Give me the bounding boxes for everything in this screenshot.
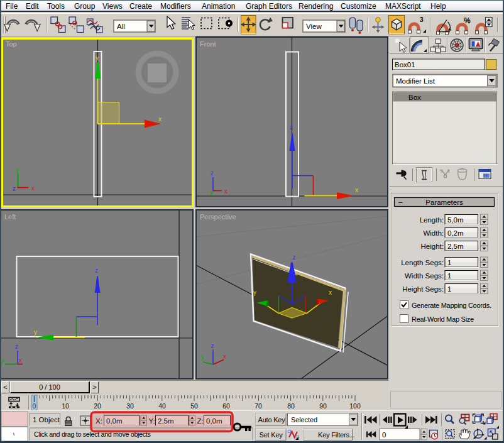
svg-text:40: 40	[158, 402, 166, 410]
svg-text:%: %	[464, 16, 471, 25]
svg-text:x: x	[329, 289, 332, 296]
svg-text:100: 100	[349, 402, 361, 410]
svg-text:Key Filters...: Key Filters...	[318, 431, 354, 439]
svg-text:Box: Box	[408, 94, 421, 101]
svg-text:z: z	[15, 343, 18, 350]
svg-text:Real-World Map Size: Real-World Map Size	[412, 315, 474, 323]
svg-text:z: z	[13, 185, 16, 192]
svg-text:z: z	[211, 170, 214, 177]
svg-text:Box01: Box01	[395, 61, 415, 68]
svg-text:30: 30	[126, 402, 134, 410]
svg-text:–: –	[398, 198, 403, 207]
svg-text:Height Segs:: Height Segs:	[402, 285, 444, 293]
svg-text:Length Segs:: Length Segs:	[401, 259, 444, 266]
svg-text:x: x	[224, 188, 227, 195]
svg-text:Auto Key: Auto Key	[258, 416, 286, 424]
svg-text:Height:: Height:	[421, 243, 444, 250]
svg-text:5,0m: 5,0m	[447, 216, 464, 224]
svg-text:y: y	[253, 289, 256, 296]
svg-text:50: 50	[190, 402, 198, 410]
svg-text:60: 60	[222, 402, 230, 410]
svg-text:Length:: Length:	[420, 216, 444, 224]
svg-text:y: y	[16, 167, 19, 173]
svg-text:1 Object: 1 Object	[33, 416, 60, 424]
svg-text:y: y	[210, 189, 213, 195]
svg-text:x: x	[355, 187, 358, 194]
svg-text:z: z	[95, 267, 98, 274]
svg-text:Modifier List: Modifier List	[396, 77, 436, 85]
svg-text:10: 10	[62, 402, 69, 410]
svg-text:20: 20	[94, 402, 101, 410]
svg-text:All: All	[117, 23, 125, 30]
svg-text:y: y	[96, 55, 99, 62]
svg-text:y: y	[201, 353, 204, 360]
svg-text:90: 90	[319, 402, 327, 410]
svg-text:2,5m: 2,5m	[447, 243, 464, 250]
svg-text:Selected: Selected	[291, 416, 317, 424]
svg-text:0: 0	[382, 431, 386, 439]
svg-text:y: y	[34, 329, 37, 336]
svg-text:z: z	[211, 342, 214, 349]
svg-text:Width:: Width:	[423, 229, 444, 237]
svg-text:z: z	[290, 124, 293, 131]
svg-text:0,2m: 0,2m	[447, 229, 464, 237]
svg-text:Parameters: Parameters	[425, 199, 463, 206]
svg-text:1: 1	[447, 272, 451, 280]
svg-text:x: x	[223, 353, 226, 360]
svg-text:70: 70	[255, 402, 262, 410]
svg-text:x: x	[31, 185, 35, 192]
svg-text:Set Key: Set Key	[260, 431, 283, 439]
svg-text:x: x	[19, 357, 22, 364]
svg-text:1: 1	[447, 259, 451, 266]
svg-text:z: z	[293, 254, 296, 261]
svg-text:View: View	[306, 23, 322, 30]
svg-text:3: 3	[420, 16, 424, 23]
svg-text:0: 0	[33, 402, 36, 410]
svg-text:1: 1	[447, 285, 451, 293]
svg-text:x: x	[158, 116, 162, 123]
svg-text:Width Segs:: Width Segs:	[405, 272, 444, 280]
svg-text:y: y	[1, 357, 4, 364]
svg-text:80: 80	[287, 402, 295, 410]
svg-text:Generate Mapping Coords.: Generate Mapping Coords.	[412, 302, 491, 309]
